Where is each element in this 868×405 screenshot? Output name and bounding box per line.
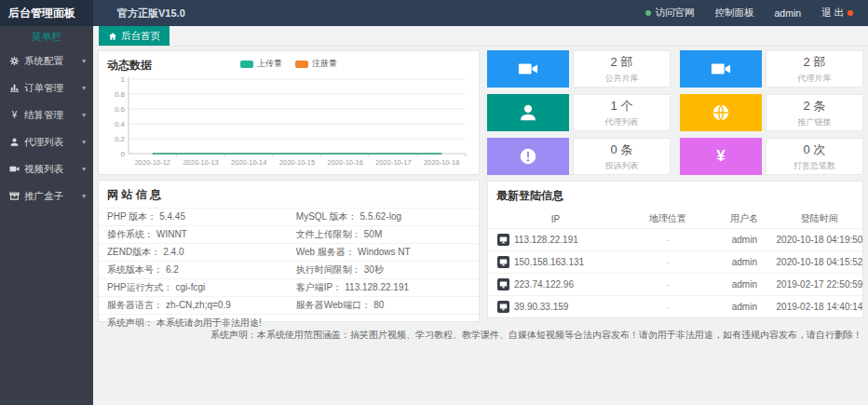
sidebar-item-label: 代理列表 (24, 136, 63, 149)
info-label: ZEND版本： (107, 247, 160, 257)
username-value: admin (712, 302, 776, 312)
stat-card-agent-library[interactable]: 2 部 代理片库 (680, 50, 863, 88)
svg-text:2020-10-13: 2020-10-13 (183, 158, 218, 167)
stat-card-public-library[interactable]: 2 部 公共片库 (487, 50, 671, 88)
legend-label: 上传量 (257, 58, 282, 70)
info-value: 50M (364, 229, 382, 239)
location-value: - (623, 279, 712, 290)
video-camera-icon (9, 164, 20, 174)
footer-disclaimer: 系统声明：本系统使用范围涵盖：搞笑图片视频、学习教程、教学课件、自媒体短视频等合… (98, 329, 863, 342)
dynamic-data-panel: 动态数据 上传量 注册量 00.20.40.60.812020-10-12202… (98, 50, 480, 175)
stat-card-promo-links[interactable]: 2 条 推广链接 (680, 94, 863, 131)
top-header: 后台管理面板 官方正版V15.0 访问官网 控制面板 admin 退 出 (0, 0, 868, 26)
tab-dashboard-home[interactable]: 后台首页 (99, 26, 170, 46)
stat-card-agent-list[interactable]: 1 个 代理列表 (487, 94, 671, 131)
stat-label: 代理列表 (605, 116, 639, 128)
yen-icon: ¥ (9, 110, 20, 120)
info-label: 服务器语言： (107, 300, 163, 310)
svg-text:0.2: 0.2 (115, 135, 126, 143)
chevron-down-icon: ▾ (82, 84, 86, 92)
sidebar-item-promo-box[interactable]: 推广盒子 ▾ (0, 182, 93, 209)
ip-monitor-icon (497, 301, 509, 313)
info-label: 操作系统： (107, 229, 154, 239)
nav-logout-label: 退 出 (821, 7, 844, 20)
nav-control-panel[interactable]: 控制面板 (714, 7, 753, 20)
site-info-row: 系统版本号：6.2 执行时间限制：30秒 (99, 261, 479, 278)
nav-logout[interactable]: 退 出 (821, 7, 853, 20)
ip-monitor-icon (497, 278, 509, 290)
username-value: admin (712, 235, 776, 245)
sidebar-item-label: 结算管理 (24, 109, 63, 122)
login-table-row: 223.74.122.96 - admin 2019-02-17 22:50:5… (488, 273, 862, 295)
chart-title: 动态数据 (99, 51, 479, 74)
gear-icon (9, 56, 20, 66)
site-info-title: 网 站 信 息 (99, 181, 479, 208)
sidebar-item-system-config[interactable]: 系统配置 ▾ (0, 47, 93, 74)
login-info-panel: 最新登陆信息 IP 地理位置 用户名 登陆时间 113.128.22.191 - (487, 181, 863, 318)
legend-item-uploads[interactable]: 上传量 (240, 58, 282, 70)
sidebar-item-label: 推广盒子 (24, 190, 63, 203)
version-label: 官方正版V15.0 (117, 7, 185, 20)
line-chart: 00.20.40.60.812020-10-122020-10-132020-1… (101, 74, 477, 174)
sidebar-item-videos[interactable]: 视频列表 ▾ (0, 155, 93, 182)
info-value: 6.2 (166, 264, 179, 275)
sidebar-item-orders[interactable]: 订单管理 ▾ (0, 74, 93, 101)
legend-item-registrations[interactable]: 注册量 (295, 58, 337, 70)
info-value: 113.128.22.191 (345, 282, 409, 292)
info-value: 本系统请勿用于非法用途! (156, 317, 262, 328)
login-table-header: IP 地理位置 用户名 登陆时间 (488, 209, 862, 228)
sidebar-item-agents[interactable]: 代理列表 ▾ (0, 128, 93, 155)
main-content: 动态数据 上传量 注册量 00.20.40.60.812020-10-12202… (93, 47, 868, 405)
stat-card-complaints[interactable]: 0 条 投诉列表 (487, 138, 671, 175)
stat-card-tips-total[interactable]: ¥ 0 次 打赏总笔数 (680, 138, 863, 175)
globe-icon (680, 94, 762, 131)
top-nav: 访问官网 控制面板 admin 退 出 (645, 7, 868, 20)
login-table-row: 150.158.163.131 - admin 2020-10-18 04:15… (488, 250, 862, 273)
nav-visit-site[interactable]: 访问官网 (645, 7, 694, 20)
nav-control-panel-label: 控制面板 (714, 7, 753, 20)
sidebar-item-label: 订单管理 (24, 82, 63, 95)
video-camera-icon (487, 50, 569, 88)
user-icon (487, 94, 569, 131)
sidebar-header: 菜单栏 (0, 26, 93, 47)
video-camera-icon (680, 50, 762, 88)
stat-label: 推广链接 (798, 116, 832, 128)
col-login-time: 登陆时间 (777, 212, 862, 225)
user-icon (9, 137, 20, 147)
info-label: 服务器Web端口： (296, 300, 371, 310)
stat-label: 公共片库 (605, 73, 639, 85)
info-label: 文件上传限制： (296, 229, 361, 239)
info-value: Windows NT (358, 247, 411, 257)
sidebar-item-label: 视频列表 (24, 163, 63, 176)
svg-text:2020-10-18: 2020-10-18 (424, 158, 459, 167)
tab-bar: 后台首页 (93, 26, 868, 47)
site-info-row: ZEND版本：2.4.0 Web 服务器：Windows NT (99, 243, 479, 261)
svg-text:2020-10-15: 2020-10-15 (279, 158, 315, 167)
site-info-row: PHP运行方式：cgi-fcgi 客户端IP：113.128.22.191 (99, 278, 479, 296)
location-value: - (623, 302, 712, 312)
stat-cards: 2 部 公共片库 2 部 代理片库 (487, 50, 863, 175)
svg-text:2020-10-14: 2020-10-14 (231, 158, 266, 167)
svg-text:0: 0 (121, 150, 126, 158)
ip-monitor-icon (497, 256, 509, 268)
chevron-down-icon: ▾ (82, 138, 86, 146)
info-label: 客户端IP： (296, 282, 342, 292)
nav-visit-site-label: 访问官网 (655, 7, 694, 20)
stat-value: 2 条 (804, 98, 826, 115)
nav-username[interactable]: admin (774, 7, 801, 19)
sidebar-item-label: 系统配置 (24, 55, 63, 68)
info-label: 系统声明： (107, 317, 154, 328)
location-value: - (623, 257, 712, 267)
stat-value: 1 个 (611, 98, 633, 115)
info-value: WINNT (156, 229, 187, 239)
info-value: 5.4.45 (159, 211, 185, 222)
info-label: 执行时间限制： (296, 264, 361, 275)
info-label: PHP运行方式： (107, 282, 173, 292)
svg-text:1: 1 (121, 75, 126, 84)
col-ip: IP (488, 214, 623, 224)
legend-swatch-icon (295, 61, 308, 68)
chevron-down-icon: ▾ (82, 57, 86, 65)
sidebar-item-settlement[interactable]: ¥ 结算管理 ▾ (0, 101, 93, 128)
sidebar: 菜单栏 系统配置 ▾ 订单管理 ▾ ¥ 结算管理 ▾ 代理列表 ▾ 视频列表 ▾ (0, 26, 93, 405)
info-value: zh-CN,zh;q=0.9 (166, 300, 231, 310)
